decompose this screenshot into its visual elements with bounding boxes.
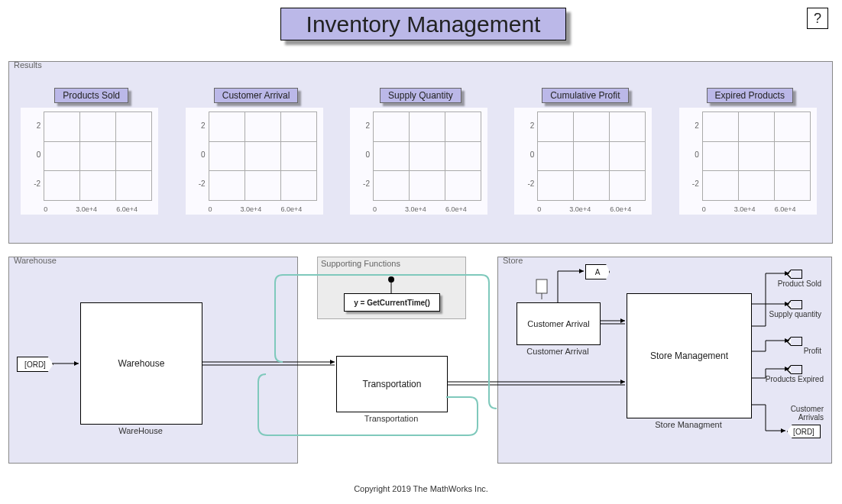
help-label: ? xyxy=(814,11,821,27)
chart-plot[interactable]: 2 0 -2 0 3.0e+4 6.0e+4 xyxy=(514,108,652,215)
generator-icon xyxy=(535,278,549,299)
results-panel: Results Products Sold 2 0 -2 0 3.0e+4 xyxy=(8,61,833,244)
chart-title: Cumulative Profit xyxy=(542,88,628,103)
copyright: Copyright 2019 The MathWorks Inc. xyxy=(0,484,842,493)
gettime-block[interactable]: y = GetCurrentTime() xyxy=(344,293,440,312)
chart-title: Supply Quantity xyxy=(380,88,461,103)
chart-title: Products Sold xyxy=(54,88,128,103)
chart-col: Customer Arrival 2 0 -2 0 3.0e+4 6.0e+4 xyxy=(186,88,327,215)
chart-plot[interactable]: 2 0 -2 0 3.0e+4 6.0e+4 xyxy=(350,108,487,215)
out-term-2[interactable] xyxy=(791,300,802,309)
charts-row: Products Sold 2 0 -2 0 3.0e+4 6.0e+4 xyxy=(9,88,832,215)
svg-rect-0 xyxy=(536,279,547,293)
help-button[interactable]: ? xyxy=(807,8,828,29)
ord-in-tag[interactable]: [ORD] xyxy=(17,357,53,372)
supporting-label: Supporting Functions xyxy=(321,259,400,268)
chart-title: Expired Products xyxy=(707,88,793,103)
chart-plot[interactable]: 2 0 -2 0 3.0e+4 6.0e+4 xyxy=(186,108,323,215)
customer-arrival-block[interactable]: Customer Arrival xyxy=(517,302,601,345)
title-banner: Inventory Management xyxy=(280,8,566,40)
results-label: Results xyxy=(14,60,42,69)
warehouse-block[interactable]: Warehouse xyxy=(80,302,202,425)
store-panel-label: Store xyxy=(503,256,523,265)
chart-col: Expired Products 2 0 -2 0 3.0e+4 6.0e+4 xyxy=(679,88,821,215)
chart-col: Supply Quantity 2 0 -2 0 3.0e+4 6.0e+4 xyxy=(350,88,491,215)
chart-plot[interactable]: 2 0 -2 0 3.0e+4 6.0e+4 xyxy=(21,108,158,215)
chart-plot[interactable]: 2 0 -2 0 3.0e+4 6.0e+4 xyxy=(679,108,817,215)
chart-col: Products Sold 2 0 -2 0 3.0e+4 6.0e+4 xyxy=(21,88,162,215)
out-term-4[interactable] xyxy=(791,365,802,374)
warehouse-under: WareHouse xyxy=(80,426,201,435)
a-tag[interactable]: A xyxy=(585,264,610,279)
warehouse-panel-label: Warehouse xyxy=(14,256,57,265)
diagram-canvas: Inventory Management ? Results Products … xyxy=(0,0,842,504)
title-text: Inventory Management xyxy=(306,11,541,37)
out-term-3[interactable] xyxy=(791,337,802,346)
transportation-under: Transportation xyxy=(336,414,446,423)
transportation-block[interactable]: Transportation xyxy=(336,356,448,412)
time-source-dot xyxy=(388,276,394,283)
chart-title: Customer Arrival xyxy=(214,88,299,103)
out-term-1[interactable] xyxy=(791,270,802,279)
customer-arrival-under: Customer Arrival xyxy=(517,347,599,356)
chart-col: Cumulative Profit 2 0 -2 0 3.0e+4 6.0e+4 xyxy=(514,88,656,215)
ord-out-tag[interactable]: [ORD] xyxy=(787,425,821,438)
store-mgmt-block[interactable]: Store Management xyxy=(627,293,752,418)
store-mgmt-under: Store Managment xyxy=(627,420,750,429)
